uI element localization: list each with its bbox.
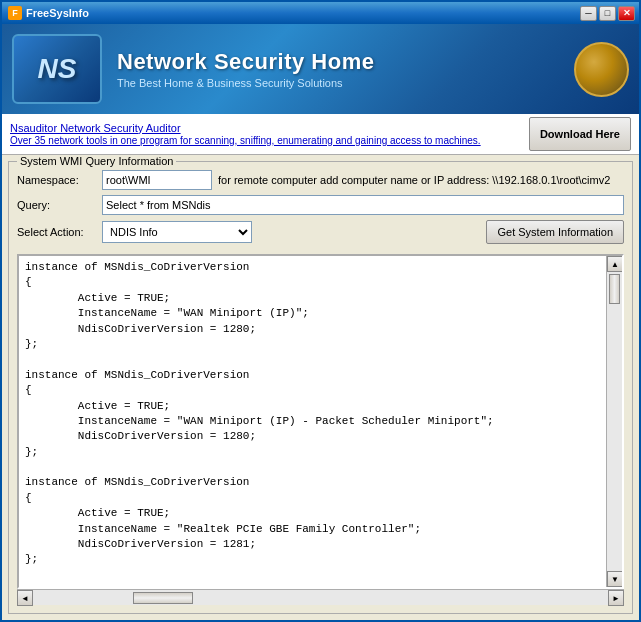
select-action-label: Select Action: <box>17 226 102 238</box>
scroll-thumb-h[interactable] <box>133 592 193 604</box>
scroll-left-button[interactable]: ◄ <box>17 590 33 606</box>
titlebar: F FreeSysInfo ─ □ ✕ <box>2 2 639 24</box>
select-action-left: Select Action: NDIS Info System Info Pro… <box>17 221 252 243</box>
close-button[interactable]: ✕ <box>618 6 635 21</box>
scroll-track-h <box>33 590 608 605</box>
logo-text: NS <box>38 53 77 85</box>
query-input[interactable] <box>102 195 624 215</box>
group-box-legend: System WMI Query Information <box>17 155 176 167</box>
globe-icon <box>574 42 629 97</box>
banner-subtitle: The Best Home & Business Security Soluti… <box>117 77 559 89</box>
main-window: F FreeSysInfo ─ □ ✕ NS Network Security … <box>0 0 641 622</box>
output-text-area[interactable] <box>19 256 606 587</box>
namespace-label: Namespace: <box>17 174 102 186</box>
namespace-input[interactable] <box>102 170 212 190</box>
namespace-hint: for remote computer add computer name or… <box>218 174 610 186</box>
logo-box: NS <box>12 34 102 104</box>
info-links: Nsauditor Network Security Auditor Over … <box>10 122 529 147</box>
app-icon: F <box>8 6 22 20</box>
scroll-down-button[interactable]: ▼ <box>607 571 623 587</box>
horizontal-scrollbar-container: ◄ ► <box>17 589 624 605</box>
scroll-up-button[interactable]: ▲ <box>607 256 623 272</box>
nsauditor-link[interactable]: Nsauditor Network Security Auditor <box>10 122 181 134</box>
minimize-button[interactable]: ─ <box>580 6 597 21</box>
window-title: FreeSysInfo <box>26 7 89 19</box>
select-action-dropdown[interactable]: NDIS Info System Info Process Info Netwo… <box>102 221 252 243</box>
maximize-button[interactable]: □ <box>599 6 616 21</box>
banner-text-area: Network Security Home The Best Home & Bu… <box>102 49 559 89</box>
wmi-group-box: System WMI Query Information Namespace: … <box>8 161 633 614</box>
titlebar-buttons: ─ □ ✕ <box>580 6 635 21</box>
scroll-track-v <box>607 272 622 571</box>
query-row: Query: <box>17 195 624 215</box>
scroll-thumb-v[interactable] <box>609 274 620 304</box>
content-area: System WMI Query Information Namespace: … <box>2 155 639 620</box>
output-container: ▲ ▼ <box>17 254 624 589</box>
download-here-button[interactable]: Download Here <box>529 117 631 151</box>
banner-globe <box>559 34 629 104</box>
banner: NS Network Security Home The Best Home &… <box>2 24 639 114</box>
info-bar: Nsauditor Network Security Auditor Over … <box>2 114 639 155</box>
vertical-scrollbar: ▲ ▼ <box>606 256 622 587</box>
banner-title: Network Security Home <box>117 49 559 75</box>
query-label: Query: <box>17 199 102 211</box>
select-action-row: Select Action: NDIS Info System Info Pro… <box>17 220 624 244</box>
description-link[interactable]: Over 35 network tools in one program for… <box>10 135 481 146</box>
get-system-info-button[interactable]: Get System Information <box>486 220 624 244</box>
titlebar-left: F FreeSysInfo <box>8 6 89 20</box>
scroll-right-button[interactable]: ► <box>608 590 624 606</box>
namespace-row: Namespace: for remote computer add compu… <box>17 170 624 190</box>
